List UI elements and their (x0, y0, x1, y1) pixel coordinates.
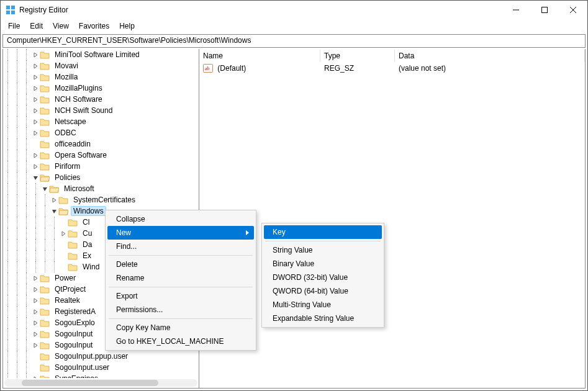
tree-item[interactable]: Opera Software (3, 150, 199, 161)
chevron-right-icon[interactable] (31, 306, 40, 317)
tree-item[interactable]: SyncEngines (3, 373, 199, 378)
tree-item-label: Power (52, 273, 78, 283)
chevron-right-icon[interactable] (59, 228, 68, 239)
tree-context-menu: Collapse New Find... Delete Rename Expor… (105, 210, 256, 351)
tree-item-label: NCH Swift Sound (52, 106, 115, 115)
chevron-right-icon[interactable] (31, 49, 40, 60)
chevron-right-icon[interactable] (31, 295, 40, 306)
titlebar: Registry Editor (1, 1, 587, 19)
tree-item[interactable]: MozillaPlugins (3, 83, 199, 94)
maximize-button[interactable] (530, 1, 559, 19)
col-header-data[interactable]: Data (395, 50, 585, 62)
chevron-right-icon[interactable] (31, 317, 40, 328)
expander-spacer (59, 261, 68, 272)
folder-icon (40, 106, 50, 115)
svg-rect-0 (6, 6, 10, 9)
value-type: REG_SZ (320, 63, 395, 73)
close-button[interactable] (559, 1, 587, 19)
tree-item-label: Mozilla (52, 72, 80, 82)
scrollbar-thumb[interactable] (22, 380, 158, 386)
ctx-new-binary[interactable]: Binary Value (264, 257, 382, 271)
chevron-right-icon[interactable] (31, 161, 40, 172)
chevron-right-icon[interactable] (31, 373, 40, 378)
menu-file[interactable]: File (3, 20, 25, 32)
chevron-right-icon[interactable] (31, 94, 40, 105)
tree-item[interactable]: Movavi (3, 60, 199, 71)
ctx-new-qword[interactable]: QWORD (64-bit) Value (264, 284, 382, 298)
tree-item[interactable]: ODBC (3, 127, 199, 138)
tree-item-label: Netscape (52, 117, 89, 127)
folder-icon (68, 240, 78, 249)
minimize-button[interactable] (502, 1, 530, 19)
chevron-right-icon[interactable] (31, 150, 40, 161)
tree-item[interactable]: NCH Swift Sound (3, 105, 199, 116)
ctx-new-key[interactable]: Key (264, 225, 382, 239)
tree-item[interactable]: SystemCertificates (3, 194, 199, 205)
expander-spacer (31, 351, 40, 362)
menu-edit[interactable]: Edit (25, 20, 48, 32)
tree-item-label: SogouInput (52, 340, 95, 350)
svg-rect-1 (11, 6, 15, 9)
folder-icon (40, 307, 50, 316)
chevron-right-icon[interactable] (31, 71, 40, 83)
ctx-new-string[interactable]: String Value (264, 243, 382, 257)
tree-item[interactable]: officeaddin (3, 138, 199, 150)
tree-item[interactable]: Mozilla (3, 71, 199, 83)
chevron-down-icon[interactable] (50, 205, 58, 217)
ctx-delete[interactable]: Delete (107, 258, 254, 271)
chevron-right-icon[interactable] (31, 272, 40, 284)
col-header-name[interactable]: Name (199, 50, 320, 62)
tree-item[interactable]: SogouInput.user (3, 362, 199, 373)
tree-item[interactable]: NCH Software (3, 94, 199, 105)
menu-view[interactable]: View (48, 20, 74, 32)
tree-item[interactable]: Microsoft (3, 183, 199, 194)
folder-icon (40, 352, 50, 361)
tree-item[interactable]: MiniTool Software Limited (3, 49, 199, 60)
folder-icon (40, 341, 50, 349)
chevron-right-icon[interactable] (31, 339, 40, 351)
ctx-collapse[interactable]: Collapse (107, 212, 254, 226)
chevron-right-icon[interactable] (31, 116, 40, 127)
ctx-rename[interactable]: Rename (107, 271, 254, 285)
chevron-right-icon[interactable] (31, 60, 40, 71)
folder-icon (40, 117, 50, 126)
chevron-right-icon[interactable] (31, 105, 40, 116)
ctx-new-dword[interactable]: DWORD (32-bit) Value (264, 271, 382, 284)
col-header-type[interactable]: Type (320, 50, 395, 62)
folder-icon (40, 374, 50, 378)
ctx-find[interactable]: Find... (107, 240, 254, 253)
tree-horizontal-scrollbar[interactable] (4, 379, 197, 387)
tree-item-label: ODBC (52, 128, 79, 138)
expander-spacer (31, 362, 40, 373)
chevron-down-icon[interactable] (31, 172, 40, 183)
chevron-right-icon[interactable] (31, 83, 40, 94)
ctx-export[interactable]: Export (107, 289, 254, 303)
ctx-copy-key-name[interactable]: Copy Key Name (107, 321, 254, 335)
chevron-right-icon[interactable] (31, 328, 40, 339)
chevron-down-icon[interactable] (40, 183, 49, 194)
ctx-new[interactable]: New (107, 226, 254, 240)
chevron-right-icon[interactable] (50, 194, 58, 205)
chevron-right-icon[interactable] (31, 127, 40, 138)
tree-item[interactable]: Policies (3, 172, 199, 183)
menu-separator (109, 318, 253, 319)
ctx-new-multistring[interactable]: Multi-String Value (264, 298, 382, 312)
tree-item[interactable]: SogouInput.ppup.user (3, 351, 199, 362)
folder-icon (40, 318, 50, 327)
tree-item-label: SystemCertificates (71, 195, 138, 205)
address-bar[interactable]: Computer\HKEY_CURRENT_USER\Software\Poli… (2, 34, 586, 48)
tree-item[interactable]: Netscape (3, 116, 199, 127)
folder-icon (40, 296, 50, 305)
ctx-goto-hklm[interactable]: Go to HKEY_LOCAL_MACHINE (107, 335, 254, 348)
chevron-right-icon[interactable] (31, 284, 40, 295)
menu-favorites[interactable]: Favorites (74, 20, 114, 32)
expander-spacer (31, 138, 40, 150)
tree-item[interactable]: Piriform (3, 161, 199, 172)
ctx-permissions[interactable]: Permissions... (107, 303, 254, 317)
tree-item-label: Realtek (52, 295, 83, 305)
menu-help[interactable]: Help (114, 20, 140, 32)
ctx-new-expstring[interactable]: Expandable String Value (264, 312, 382, 325)
tree-item-label: Wind (80, 262, 102, 272)
folder-icon (58, 196, 68, 204)
value-row[interactable]: ab (Default) REG_SZ (value not set) (199, 63, 585, 74)
